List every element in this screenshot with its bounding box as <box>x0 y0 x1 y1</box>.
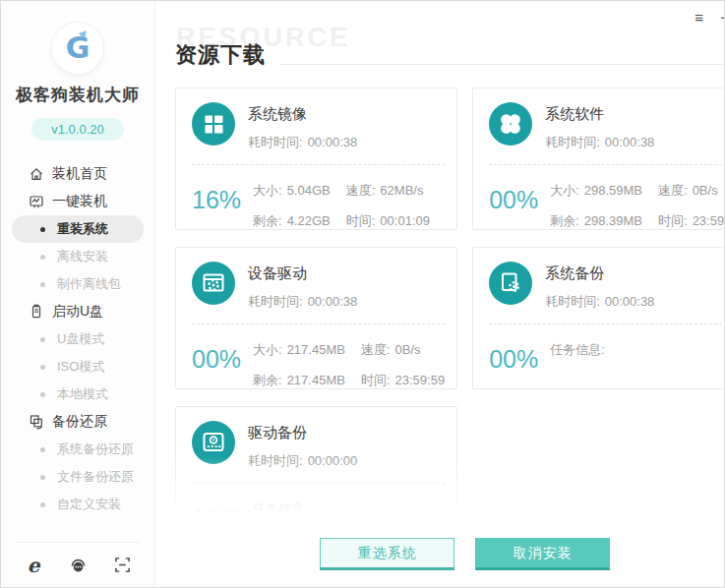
dog-g-logo-icon: G <box>58 29 97 68</box>
sidebar-item-make-offline-pack[interactable]: 制作离线包 <box>1 270 154 298</box>
cards-grid: 系统镜像 耗时时间:00:00:38 16% 大小:5.04GB 速度:62MB… <box>175 88 725 527</box>
task-info-label: 任务信息: <box>253 496 308 527</box>
bullet-icon <box>40 337 45 342</box>
card-system-backup: 系统备份 耗时时间:00:00:38 00% 任务信息: <box>472 247 725 389</box>
progress-percent: 00% <box>489 177 550 230</box>
footer-buttons: 重选系统 取消安装 <box>175 538 725 570</box>
sidebar-item-label: 自定义安装 <box>57 496 121 513</box>
stat-size: 大小:5.04GB <box>253 182 331 200</box>
bullet-icon <box>40 447 45 452</box>
stat-speed: 速度:0B/s <box>658 182 725 200</box>
card-title: 系统软件 <box>545 102 654 124</box>
card-title: 驱动备份 <box>248 421 357 442</box>
sidebar-item-label: U盘模式 <box>57 330 104 348</box>
support-headset-icon[interactable] <box>68 556 88 575</box>
sidebar-item-system-backup-restore[interactable]: 系统备份还原 <box>1 436 154 463</box>
progress-percent: 16% <box>192 177 253 230</box>
driver-box-icon <box>192 262 235 305</box>
sidebar-item-label: 一键装机 <box>52 193 107 210</box>
sidebar-menu: 装机首页 一键装机 重装系统 离线安装 制作离线包 <box>1 160 154 518</box>
app-logo: G <box>52 23 103 74</box>
card-title: 设备驱动 <box>248 262 357 283</box>
sidebar-item-one-key-install[interactable]: 一键装机 <box>1 188 154 215</box>
sidebar: G 极客狗装机大师 v1.0.0.20 装机首页 一键装机 重装系统 <box>1 1 155 587</box>
stat-time: 时间:23:59:59 <box>658 212 725 230</box>
progress-percent: 100% <box>192 496 253 527</box>
progress-percent: 00% <box>192 336 253 389</box>
page-title: 资源下载 <box>175 40 266 70</box>
app-window: G 极客狗装机大师 v1.0.0.20 装机首页 一键装机 重装系统 <box>0 0 725 588</box>
windows-icon <box>192 102 235 146</box>
sidebar-item-iso-mode[interactable]: ISO模式 <box>1 353 154 381</box>
elapsed-time: 耗时时间:00:00:38 <box>248 293 357 311</box>
stat-remaining: 剩余:4.22GB <box>253 212 331 230</box>
backup-restore-icon <box>29 414 44 430</box>
stat-remaining: 剩余:217.45MB <box>253 372 345 389</box>
sidebar-item-label: 本地模式 <box>57 385 108 403</box>
stat-speed: 速度:62MB/s <box>346 182 430 200</box>
apps-clover-icon <box>489 102 532 146</box>
elapsed-time: 耗时时间:00:00:38 <box>248 134 357 151</box>
download-cards-area: 系统镜像 耗时时间:00:00:38 16% 大小:5.04GB 速度:62MB… <box>175 70 725 527</box>
sidebar-footer: e <box>15 542 141 587</box>
stat-size: 大小:217.45MB <box>253 341 345 359</box>
stat-time: 时间:23:59:59 <box>361 372 445 389</box>
page-header: RESOURCE 资源下载 <box>175 1 725 70</box>
harddrive-icon <box>192 421 235 464</box>
sidebar-item-label: 重装系统 <box>57 220 108 238</box>
usb-icon <box>29 304 44 320</box>
card-device-drivers: 设备驱动 耗时时间:00:00:38 00% 大小:217.45MB 速度:0B… <box>175 247 457 389</box>
bullet-icon <box>40 282 45 287</box>
monitor-icon <box>29 194 44 209</box>
stat-remaining: 剩余:298.39MB <box>550 212 642 230</box>
stat-time: 时间:00:01:09 <box>346 212 430 230</box>
stat-size: 大小:298.59MB <box>550 182 642 200</box>
version-badge: v1.0.0.20 <box>31 118 124 141</box>
sidebar-item-label: ISO模式 <box>57 358 104 376</box>
card-system-image: 系统镜像 耗时时间:00:00:38 16% 大小:5.04GB 速度:62MB… <box>175 88 457 230</box>
bullet-icon <box>40 392 45 397</box>
header-divider <box>279 64 725 65</box>
bullet-icon <box>40 365 45 370</box>
bullet-icon <box>40 475 45 480</box>
progress-percent: 00% <box>489 336 550 374</box>
sidebar-item-label: 制作离线包 <box>57 275 121 293</box>
sidebar-item-offline-install[interactable]: 离线安装 <box>1 243 154 270</box>
stat-speed: 速度:0B/s <box>361 341 445 359</box>
cancel-install-button[interactable]: 取消安装 <box>475 538 610 570</box>
reselect-system-button[interactable]: 重选系统 <box>320 538 454 570</box>
sidebar-item-custom-install[interactable]: 自定义安装 <box>1 491 154 518</box>
sidebar-item-usb-mode[interactable]: U盘模式 <box>1 325 154 353</box>
sidebar-item-label: 文件备份还原 <box>57 468 134 486</box>
elapsed-time: 耗时时间:00:00:38 <box>545 134 654 151</box>
file-gear-icon <box>489 262 532 305</box>
sidebar-item-reinstall-system[interactable]: 重装系统 <box>12 215 144 243</box>
sidebar-item-local-mode[interactable]: 本地模式 <box>1 381 154 408</box>
main-content: ≡ − ✕ RESOURCE 资源下载 系统镜像 耗时时 <box>155 1 725 587</box>
scan-icon[interactable] <box>112 556 132 575</box>
app-name: 极客狗装机大师 <box>1 84 154 106</box>
card-system-software: 系统软件 耗时时间:00:00:38 00% 大小:298.59MB 速度:0B… <box>472 88 725 230</box>
bullet-icon <box>40 227 45 232</box>
sidebar-item-label: 离线安装 <box>57 248 108 265</box>
elapsed-time: 耗时时间:00:00:38 <box>545 293 654 311</box>
browser-icon[interactable]: e <box>24 556 43 575</box>
sidebar-item-label: 备份还原 <box>52 413 107 431</box>
sidebar-item-label: 启动U盘 <box>52 303 103 321</box>
sidebar-item-file-backup-restore[interactable]: 文件备份还原 <box>1 463 154 491</box>
bullet-icon <box>40 502 45 507</box>
svg-text:G: G <box>66 30 91 65</box>
sidebar-item-boot-usb[interactable]: 启动U盘 <box>1 298 154 325</box>
task-info-label: 任务信息: <box>550 336 605 374</box>
card-driver-backup: 驱动备份 耗时时间:00:00:00 100% 任务信息: <box>175 406 457 527</box>
card-title: 系统镜像 <box>248 102 357 124</box>
sidebar-item-label: 装机首页 <box>52 165 107 183</box>
sidebar-item-home[interactable]: 装机首页 <box>1 160 154 188</box>
card-title: 系统备份 <box>545 262 654 283</box>
home-icon <box>29 166 44 182</box>
bullet-icon <box>40 255 45 260</box>
elapsed-time: 耗时时间:00:00:00 <box>248 452 357 470</box>
sidebar-item-backup-restore[interactable]: 备份还原 <box>1 408 154 436</box>
sidebar-item-label: 系统备份还原 <box>57 441 134 458</box>
